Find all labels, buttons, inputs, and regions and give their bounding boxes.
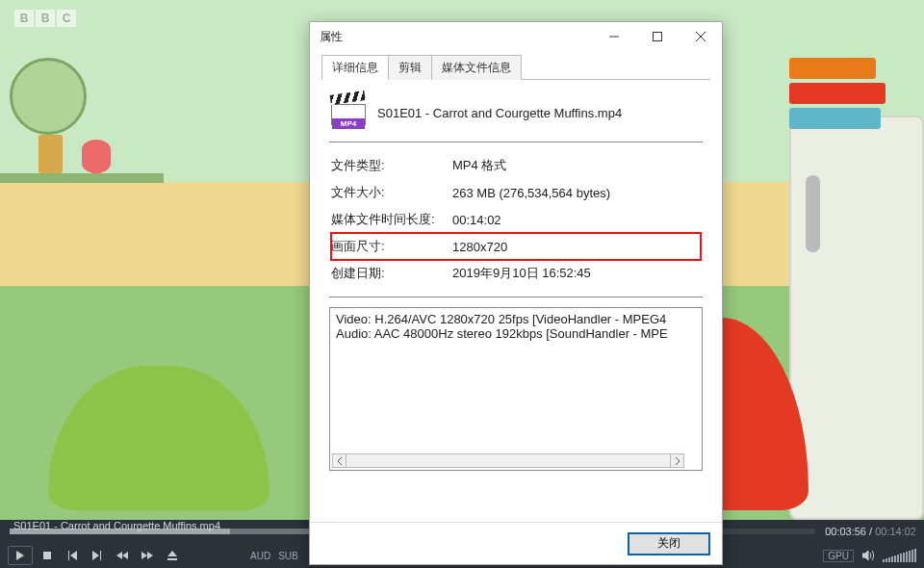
dialog-titlebar[interactable]: 属性	[310, 22, 722, 51]
maximize-icon	[653, 32, 662, 41]
svg-rect-1	[653, 33, 661, 41]
play-icon	[15, 551, 25, 560]
scrollbar-track[interactable]	[346, 453, 670, 468]
tab-details[interactable]: 详细信息	[321, 55, 389, 80]
minimize-button[interactable]	[592, 23, 635, 50]
rewind-button[interactable]	[112, 546, 133, 565]
mute-button[interactable]	[858, 546, 879, 565]
value-filesize: 263 MB (276,534,564 bytes)	[452, 186, 701, 200]
maximize-button[interactable]	[635, 23, 679, 50]
mp4-file-icon: MP4	[331, 95, 366, 130]
dialog-title: 属性	[320, 29, 592, 45]
scene-clock	[10, 58, 87, 135]
volume-slider[interactable]	[883, 549, 916, 562]
time-current: 00:03:56	[825, 526, 866, 537]
close-button[interactable]: 关闭	[628, 532, 710, 555]
scroll-right-button[interactable]	[670, 453, 684, 468]
rewind-icon	[116, 552, 128, 559]
codec-info-box[interactable]: Video: H.264/AVC 1280x720 25fps [VideoHa…	[329, 307, 703, 471]
scene-bowl-green	[48, 366, 270, 510]
file-name: S01E01 - Carrot and Courgette Muffins.mp…	[377, 106, 622, 120]
play-button[interactable]	[8, 546, 33, 565]
dialog-footer: 关闭	[310, 522, 722, 564]
minimize-icon	[609, 32, 619, 41]
svg-rect-0	[43, 552, 51, 559]
tab-strip: 详细信息 剪辑 媒体文件信息	[321, 55, 710, 80]
chevron-right-icon	[675, 457, 680, 465]
close-icon	[696, 32, 706, 41]
stop-icon	[43, 552, 51, 559]
skip-back-icon	[67, 551, 77, 560]
current-file-label: S01E01 - Carrot and Courgette Muffins.mp…	[13, 520, 220, 531]
label-dimensions: 画面尺寸:	[331, 238, 452, 255]
time-total: 00:14:02	[875, 526, 916, 537]
codec-video-line: Video: H.264/AVC 1280x720 25fps [VideoHa…	[336, 312, 696, 326]
scene-shelf	[0, 173, 164, 183]
scene-shelf-items	[789, 58, 886, 129]
scene-jar	[38, 135, 63, 173]
properties-dialog: 属性 详细信息 剪辑 媒体文件信息 MP4 S01E01 - Carrot an…	[309, 21, 723, 565]
next-button[interactable]	[87, 546, 108, 565]
skip-forward-icon	[92, 551, 102, 560]
scene-fridge	[789, 116, 924, 520]
tab-clip[interactable]: 剪辑	[388, 55, 432, 80]
value-duration: 00:14:02	[452, 213, 701, 227]
value-filetype: MP4 格式	[452, 157, 701, 174]
codec-audio-line: Audio: AAC 48000Hz stereo 192kbps [Sound…	[336, 326, 696, 341]
label-filesize: 文件大小:	[331, 184, 452, 201]
label-duration: 媒体文件时间长度:	[331, 211, 452, 228]
scene-jar	[82, 140, 111, 173]
chevron-left-icon	[337, 457, 343, 465]
label-created: 创建日期:	[331, 265, 452, 282]
subtitle-button[interactable]: SUB	[276, 551, 300, 561]
label-filetype: 文件类型:	[331, 157, 452, 174]
value-dimensions: 1280x720	[452, 240, 701, 254]
forward-button[interactable]	[137, 546, 158, 565]
time-display: 00:03:56 / 00:14:02	[825, 526, 924, 537]
tab-mediainfo[interactable]: 媒体文件信息	[431, 55, 522, 80]
audio-track-button[interactable]: AUD	[248, 551, 272, 561]
meta-grid: 文件类型: MP4 格式 文件大小: 263 MB (276,534,564 b…	[329, 142, 703, 297]
bbc-logo: BBC	[14, 10, 76, 27]
gpu-button[interactable]: GPU	[823, 550, 854, 562]
value-created: 2019年9月10日 16:52:45	[452, 265, 701, 282]
speaker-icon	[862, 551, 874, 560]
fast-forward-icon	[141, 552, 153, 559]
scroll-left-button[interactable]	[332, 453, 346, 468]
eject-icon	[167, 551, 177, 560]
stop-button[interactable]	[37, 546, 58, 565]
prev-button[interactable]	[62, 546, 83, 565]
eject-button[interactable]	[162, 546, 183, 565]
close-window-button[interactable]	[679, 23, 722, 50]
